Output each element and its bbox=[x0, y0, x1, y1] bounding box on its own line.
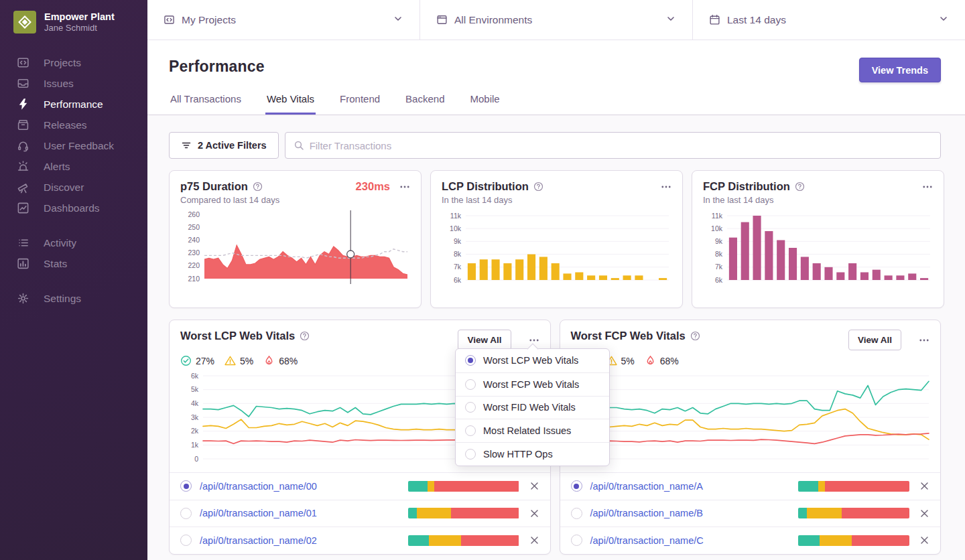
card-worst-fcp-web-vitals: Worst FCP Web Vitals View All 5%68% 01k2… bbox=[560, 320, 942, 555]
svg-text:10k: 10k bbox=[450, 224, 462, 232]
vitals-distribution-bar bbox=[408, 508, 519, 518]
search-input[interactable] bbox=[310, 140, 932, 151]
tab-all-transactions[interactable]: All Transactions bbox=[169, 93, 243, 115]
settings-icon bbox=[17, 292, 29, 305]
card-subtitle: In the last 14 days bbox=[442, 195, 671, 205]
warning-triangle-icon bbox=[224, 355, 236, 366]
view-all-button[interactable]: View All bbox=[458, 330, 511, 350]
dropdown-option-worst-lcp-web-vitals[interactable]: Worst LCP Web Vitals bbox=[456, 349, 609, 372]
sidebar-item-user-feedback[interactable]: User Feedback bbox=[0, 135, 147, 156]
tab-backend[interactable]: Backend bbox=[404, 93, 446, 115]
question-icon bbox=[533, 182, 543, 192]
question-icon[interactable] bbox=[533, 182, 543, 192]
sidebar-item-dashboards[interactable]: Dashboards bbox=[0, 198, 147, 218]
dropdown-option-slow-http-ops[interactable]: Slow HTTP Ops bbox=[456, 442, 609, 466]
question-icon bbox=[690, 331, 700, 341]
close-icon[interactable] bbox=[919, 535, 929, 545]
dropdown-option-worst-fid-web-vitals[interactable]: Worst FID Web Vitals bbox=[456, 396, 609, 419]
dropdown-option-label: Most Related Issues bbox=[483, 425, 571, 436]
dropdown-option-worst-fcp-web-vitals[interactable]: Worst FCP Web Vitals bbox=[456, 372, 609, 396]
sidebar-item-stats[interactable]: Stats bbox=[0, 253, 147, 274]
svg-text:6k: 6k bbox=[715, 276, 723, 284]
transaction-link[interactable]: /api/0/transaction_name/01 bbox=[200, 508, 408, 518]
transaction-row: /api/0/transaction_name/B bbox=[560, 500, 941, 527]
sidebar-item-settings[interactable]: Settings bbox=[0, 288, 147, 309]
card-menu-button[interactable] bbox=[919, 335, 929, 346]
question-icon[interactable] bbox=[253, 182, 263, 192]
sidebar-item-discover[interactable]: Discover bbox=[0, 177, 147, 198]
sidebar-item-alerts[interactable]: Alerts bbox=[0, 156, 147, 177]
global-filter-bar: My ProjectsAll EnvironmentsLast 14 days bbox=[147, 0, 965, 40]
sidebar-item-performance[interactable]: Performance bbox=[0, 94, 147, 115]
close-icon[interactable] bbox=[529, 481, 539, 491]
svg-text:5k: 5k bbox=[191, 385, 199, 393]
sidebar-item-label: Discover bbox=[44, 182, 84, 194]
view-trends-button[interactable]: View Trends bbox=[859, 58, 941, 82]
close-icon[interactable] bbox=[529, 508, 539, 518]
svg-text:250: 250 bbox=[188, 223, 200, 231]
transaction-radio[interactable] bbox=[571, 480, 582, 492]
sidebar-item-releases[interactable]: Releases bbox=[0, 115, 147, 135]
vitals-distribution-bar bbox=[798, 508, 909, 518]
transaction-radio[interactable] bbox=[571, 535, 582, 546]
svg-text:1k: 1k bbox=[191, 441, 199, 449]
sidebar-item-label: Settings bbox=[44, 293, 81, 305]
view-all-button[interactable]: View All bbox=[848, 330, 901, 350]
card-menu-button[interactable] bbox=[661, 182, 671, 192]
app-root: Empower Plant Jane Schmidt ProjectsIssue… bbox=[0, 0, 965, 560]
close-icon[interactable] bbox=[919, 481, 929, 491]
sidebar-item-label: Releases bbox=[44, 119, 87, 131]
transaction-link[interactable]: /api/0/transaction_name/02 bbox=[200, 535, 408, 546]
close-icon bbox=[529, 481, 539, 491]
discover-icon bbox=[17, 181, 29, 194]
sidebar-nav-primary: ProjectsIssuesPerformanceReleasesUser Fe… bbox=[0, 52, 147, 218]
chevron-down-icon bbox=[938, 13, 949, 27]
vitals-widget-dropdown-menu: Worst LCP Web Vitals Worst FCP Web Vital… bbox=[455, 348, 610, 466]
transaction-radio[interactable] bbox=[180, 535, 192, 546]
transaction-link[interactable]: /api/0/transaction_name/A bbox=[590, 481, 799, 492]
card-title: FCP Distribution bbox=[703, 180, 790, 193]
topbar-filter-my-projects[interactable]: My Projects bbox=[147, 0, 420, 40]
tab-mobile[interactable]: Mobile bbox=[468, 93, 501, 115]
sidebar-item-activity[interactable]: Activity bbox=[0, 232, 147, 253]
ellipsis-icon bbox=[922, 182, 933, 192]
transaction-link[interactable]: /api/0/transaction_name/B bbox=[590, 508, 799, 518]
sidebar: Empower Plant Jane Schmidt ProjectsIssue… bbox=[0, 0, 147, 560]
transaction-radio[interactable] bbox=[180, 480, 192, 492]
card-p75-duration: p75 Duration 230ms Compared to last 14 d… bbox=[169, 170, 422, 308]
tab-frontend[interactable]: Frontend bbox=[338, 93, 381, 115]
org-switcher[interactable]: Empower Plant Jane Schmidt bbox=[0, 0, 147, 43]
worst-fcp-web-vitals-chart: 01k2k3k4k5k6k bbox=[571, 369, 931, 470]
sidebar-item-label: Activity bbox=[44, 237, 76, 249]
question-icon[interactable] bbox=[690, 331, 700, 341]
vitals-stat-value: 68% bbox=[279, 356, 298, 366]
svg-text:2k: 2k bbox=[191, 427, 199, 435]
question-icon[interactable] bbox=[795, 182, 805, 192]
tab-web-vitals[interactable]: Web Vitals bbox=[265, 93, 316, 115]
topbar-filter-last-14-days[interactable]: Last 14 days bbox=[692, 0, 965, 40]
svg-text:220: 220 bbox=[188, 261, 200, 269]
close-icon[interactable] bbox=[529, 535, 539, 545]
transaction-link[interactable]: /api/0/transaction_name/00 bbox=[200, 481, 408, 492]
dropdown-option-label: Worst LCP Web Vitals bbox=[483, 355, 578, 366]
search-box[interactable] bbox=[285, 132, 941, 159]
sidebar-item-label: User Feedback bbox=[44, 140, 114, 152]
transaction-radio[interactable] bbox=[180, 508, 192, 519]
card-menu-button[interactable] bbox=[399, 182, 410, 192]
question-icon[interactable] bbox=[300, 331, 310, 341]
card-menu-button[interactable] bbox=[922, 182, 933, 192]
transaction-row: /api/0/transaction_name/A bbox=[560, 472, 941, 500]
vitals-distribution-bar bbox=[408, 535, 519, 546]
transaction-radio[interactable] bbox=[571, 508, 582, 519]
transaction-row: /api/0/transaction_name/C bbox=[560, 527, 941, 554]
active-filters-button[interactable]: 2 Active Filters bbox=[169, 132, 279, 159]
sidebar-item-projects[interactable]: Projects bbox=[0, 52, 147, 73]
transaction-link[interactable]: /api/0/transaction_name/C bbox=[590, 535, 799, 546]
sidebar-item-issues[interactable]: Issues bbox=[0, 73, 147, 94]
close-icon[interactable] bbox=[919, 508, 929, 518]
vitals-stat-value: 5% bbox=[240, 356, 253, 366]
dropdown-option-most-related-issues[interactable]: Most Related Issues bbox=[456, 419, 609, 442]
transaction-row: /api/0/transaction_name/01 bbox=[170, 500, 550, 527]
active-filters-label: 2 Active Filters bbox=[198, 140, 267, 151]
topbar-filter-all-environments[interactable]: All Environments bbox=[420, 0, 692, 40]
